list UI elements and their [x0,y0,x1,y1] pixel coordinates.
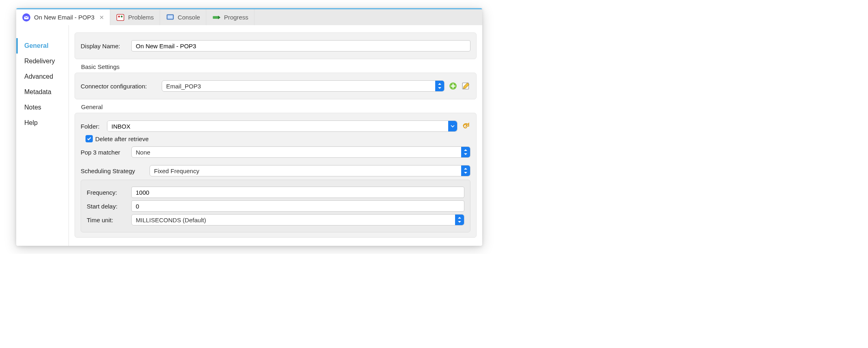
email-icon [22,13,31,22]
up-down-arrows-icon [461,147,470,157]
sidebar-item-notes[interactable]: Notes [16,100,68,115]
time-unit-label: Time unit: [87,217,127,223]
folder-input[interactable] [107,121,448,131]
pop3-matcher-select[interactable]: None [131,146,470,158]
scheduling-strategy-select[interactable]: Fixed Frequency [150,165,470,176]
sidebar-item-general[interactable]: General [16,38,68,54]
basic-settings-title: Basic Settings [81,63,477,70]
sidebar-item-advanced[interactable]: Advanced [16,69,68,84]
display-name-input[interactable] [131,40,470,52]
console-icon [166,13,175,22]
start-delay-label: Start delay: [87,203,127,210]
general-group: Folder: Delete after retr [75,113,477,238]
sidebar-item-help[interactable]: Help [16,115,68,131]
tab-label: Problems [128,14,154,21]
up-down-arrows-icon [435,81,444,91]
svg-point-4 [121,15,122,17]
svg-rect-6 [167,15,173,19]
sidebar-item-label: General [24,42,49,49]
connector-config-select[interactable]: Email_POP3 [162,80,445,92]
time-unit-select[interactable]: MILLISECONDS (Default) [131,214,464,226]
sidebar-item-metadata[interactable]: Metadata [16,84,68,100]
edit-button[interactable] [462,82,470,90]
display-name-label: Display Name: [81,43,127,49]
general-title: General [81,103,477,110]
delete-after-retrieve-checkbox[interactable] [86,135,93,142]
sidebar: General Redelivery Advanced Metadata Not… [16,25,69,246]
delete-after-retrieve-label: Delete after retrieve [95,135,149,142]
time-unit-value: MILLISECONDS (Default) [132,215,455,225]
basic-settings-group: Connector configuration: Email_POP3 [75,73,477,99]
svg-rect-7 [213,16,219,19]
sidebar-item-label: Help [24,119,38,126]
folder-label: Folder: [81,123,103,130]
tab-progress[interactable]: Progress [206,9,254,25]
tab-label: On New Email - POP3 [34,14,94,21]
sidebar-item-label: Advanced [24,73,53,80]
tab-problems[interactable]: Problems [110,9,160,25]
content-area: General Redelivery Advanced Metadata Not… [16,25,482,246]
pop3-matcher-value: None [132,147,461,157]
sidebar-item-label: Redelivery [24,58,55,64]
sidebar-item-redelivery[interactable]: Redelivery [16,54,68,69]
tab-bar: On New Email - POP3 ✕ Problems Console P… [16,8,482,25]
main-panel: Display Name: Basic Settings Connector c… [69,25,482,246]
tab-label: Console [178,14,200,21]
svg-point-3 [118,15,120,17]
scheduling-details-group: Frequency: Start delay: Time unit: MILLI… [81,180,470,232]
progress-icon [212,13,221,22]
problems-icon [116,13,125,22]
scheduling-strategy-label: Scheduling Strategy [81,168,145,174]
scheduling-strategy-value: Fixed Frequency [150,165,461,176]
connector-config-label: Connector configuration: [81,83,158,90]
connector-config-value: Email_POP3 [162,81,435,91]
sidebar-item-label: Metadata [24,88,51,95]
up-down-arrows-icon [461,165,470,176]
up-down-arrows-icon [455,215,464,225]
display-name-group: Display Name: [75,32,477,59]
svg-rect-2 [117,14,124,20]
sidebar-item-label: Notes [24,104,41,111]
start-delay-input[interactable] [131,200,464,212]
pop3-matcher-label: Pop 3 matcher [81,149,127,156]
tab-on-new-email-pop3[interactable]: On New Email - POP3 ✕ [16,9,110,25]
editor-window: On New Email - POP3 ✕ Problems Console P… [16,8,482,246]
folder-select[interactable] [107,120,458,132]
frequency-label: Frequency: [87,189,127,196]
refresh-button[interactable] [462,122,470,131]
frequency-input[interactable] [131,187,464,198]
tab-console[interactable]: Console [160,9,206,25]
add-button[interactable] [449,82,458,90]
chevron-down-icon [448,121,457,131]
tab-label: Progress [224,14,248,21]
close-icon[interactable]: ✕ [98,14,104,21]
